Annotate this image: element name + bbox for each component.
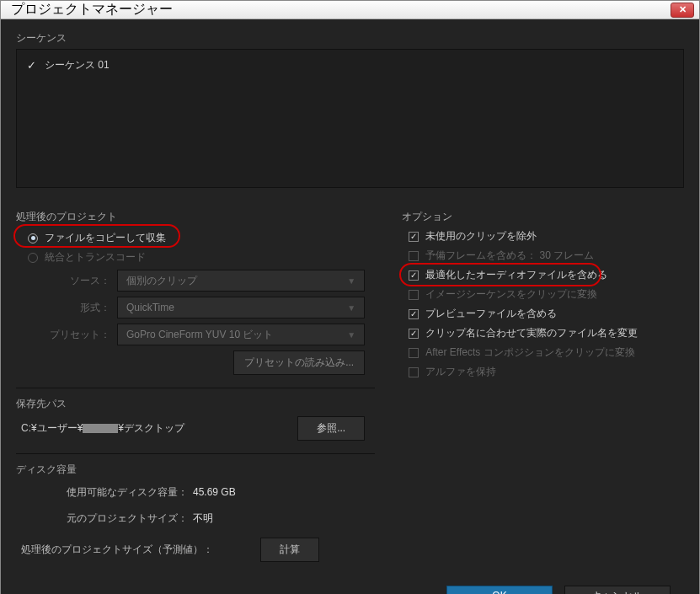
cancel-button[interactable]: キャンセル — [564, 586, 671, 594]
calculate-button[interactable]: 計算 — [260, 538, 319, 562]
redacted-segment — [83, 424, 118, 433]
dialog-body: シーケンス ✓ シーケンス 01 処理後のプロジェクト ファイルをコピーして収集 — [1, 19, 699, 586]
destination-label: 保存先パス — [16, 397, 375, 411]
disk-avail-label: 使用可能なディスク容量： — [16, 485, 193, 500]
option-label: アルファを保持 — [425, 365, 496, 379]
format-value: QuickTime — [126, 302, 174, 313]
option-label: 最適化したオーディオファイルを含める — [425, 268, 607, 282]
check-icon: ✓ — [27, 59, 36, 72]
checkbox-icon — [409, 290, 419, 300]
option-label: 未使用のクリップを除外 — [425, 229, 537, 243]
option-label: クリップ名に合わせて実際のファイル名を変更 — [425, 326, 638, 340]
option-exclude-unused[interactable]: 未使用のクリップを除外 — [402, 229, 684, 243]
option-label: After Effects コンポジションをクリップに変換 — [425, 345, 634, 360]
source-label: ソース： — [16, 274, 117, 288]
checkbox-icon — [409, 348, 419, 358]
option-label: プレビューファイルを含める — [425, 307, 557, 321]
option-include-handles: 予備フレームを含める： 30 フレーム — [402, 249, 684, 263]
checkbox-icon — [409, 329, 419, 339]
radio-icon — [28, 233, 38, 243]
checkbox-icon — [409, 309, 419, 319]
radio-icon — [28, 253, 38, 263]
sequence-section-label: シーケンス — [16, 31, 684, 45]
checkbox-icon — [409, 270, 419, 281]
disk-result-label: 処理後のプロジェクトサイズ（予測値）： — [16, 543, 260, 557]
preset-dropdown: GoPro CineForm YUV 10 ビット ▼ — [117, 324, 365, 345]
source-dropdown: 個別のクリップ ▼ — [117, 270, 365, 292]
preset-label: プリセット： — [16, 328, 117, 342]
radio-copy-collect[interactable]: ファイルをコピーして収集 — [16, 229, 375, 247]
disk-orig-value: 不明 — [193, 511, 213, 526]
option-preserve-alpha: アルファを保持 — [402, 365, 684, 379]
option-label: イメージシーケンスをクリップに変換 — [425, 287, 597, 302]
disk-label: ディスク容量 — [16, 463, 375, 477]
chevron-down-icon: ▼ — [347, 330, 355, 340]
result-project-panel: 処理後のプロジェクト ファイルをコピーして収集 統合とトランスコード ソース： — [16, 210, 375, 574]
source-value: 個別のクリップ — [126, 274, 197, 288]
options-label: オプション — [402, 210, 684, 224]
window-title: プロジェクトマネージャー — [11, 1, 173, 19]
checkbox-icon — [409, 367, 419, 377]
option-convert-image-sequences: イメージシーケンスをクリップに変換 — [402, 287, 684, 302]
dialog-footer: OK キャンセル — [1, 586, 699, 594]
destination-path: C:¥ユーザー¥¥デスクトップ — [21, 421, 184, 436]
disk-avail-value: 45.69 GB — [193, 486, 236, 498]
radio-copy-label: ファイルをコピーして収集 — [45, 231, 166, 245]
option-convert-ae-comps: After Effects コンポジションをクリップに変換 — [402, 345, 684, 360]
radio-transcode-label: 統合とトランスコード — [45, 250, 146, 265]
option-label: 予備フレームを含める： 30 フレーム — [425, 249, 594, 263]
close-icon: ✕ — [679, 4, 687, 15]
checkbox-icon — [409, 232, 419, 242]
checkbox-icon — [409, 251, 419, 261]
chevron-down-icon: ▼ — [347, 303, 355, 313]
chevron-down-icon: ▼ — [347, 276, 355, 286]
sequence-item[interactable]: ✓ シーケンス 01 — [27, 58, 673, 72]
ok-button[interactable]: OK — [446, 586, 553, 594]
sequence-item-label: シーケンス 01 — [45, 58, 110, 72]
project-manager-window: プロジェクトマネージャー ✕ シーケンス ✓ シーケンス 01 処理後のプロジェ… — [0, 0, 700, 594]
preset-load-button: プリセットの読み込み... — [233, 351, 365, 375]
options-panel: オプション 未使用のクリップを除外 予備フレームを含める： 30 フレーム 最適… — [402, 210, 684, 574]
format-label: 形式： — [16, 301, 117, 315]
browse-button[interactable]: 参照... — [297, 416, 365, 441]
titlebar: プロジェクトマネージャー ✕ — [1, 1, 699, 19]
sequence-list[interactable]: ✓ シーケンス 01 — [16, 49, 684, 188]
preset-value: GoPro CineForm YUV 10 ビット — [126, 328, 274, 342]
close-button[interactable]: ✕ — [671, 3, 694, 18]
option-rename-media-files[interactable]: クリップ名に合わせて実際のファイル名を変更 — [402, 326, 684, 340]
option-include-preview-files[interactable]: プレビューファイルを含める — [402, 307, 684, 321]
option-include-conformed-audio[interactable]: 最適化したオーディオファイルを含める — [402, 268, 684, 282]
format-dropdown: QuickTime ▼ — [117, 297, 365, 318]
disk-orig-label: 元のプロジェクトサイズ： — [16, 511, 193, 526]
result-project-label: 処理後のプロジェクト — [16, 210, 375, 224]
radio-consolidate-transcode[interactable]: 統合とトランスコード — [16, 249, 375, 266]
